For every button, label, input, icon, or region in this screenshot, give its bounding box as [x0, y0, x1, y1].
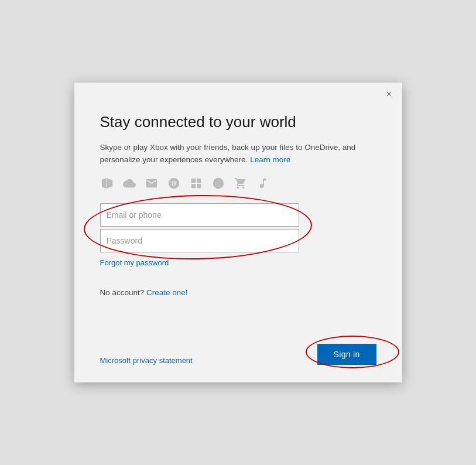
description-text: Skype or play Xbox with your friends, ba… [100, 142, 376, 166]
title-bar: × [74, 83, 402, 101]
dialog-content: Stay connected to your world Skype or pl… [74, 101, 402, 382]
dialog-container: × Stay connected to your world Skype or … [74, 83, 402, 382]
no-account-label: No account? [100, 288, 145, 297]
skype-icon [167, 176, 181, 190]
forgot-password-link[interactable]: Forgot my password [100, 258, 376, 267]
store-icon [234, 176, 248, 190]
no-account-text: No account? Create one! [100, 288, 376, 297]
sign-in-button[interactable]: Sign in [317, 344, 376, 365]
email-input[interactable] [100, 203, 299, 227]
outlook-icon [145, 176, 159, 190]
description-body: Skype or play Xbox with your friends, ba… [100, 143, 356, 163]
svg-point-0 [213, 178, 223, 189]
onedrive-icon [122, 176, 136, 190]
dialog-footer: Microsoft privacy statement Sign in [100, 344, 376, 365]
service-icons-row [100, 176, 376, 190]
windows-icon [189, 176, 203, 190]
xbox-icon [211, 176, 225, 190]
page-title: Stay connected to your world [100, 113, 376, 131]
sign-in-wrapper: Sign in [317, 344, 376, 365]
login-form: Forgot my password [100, 203, 376, 267]
privacy-link[interactable]: Microsoft privacy statement [100, 356, 193, 365]
password-input[interactable] [100, 229, 299, 252]
music-icon [256, 176, 270, 190]
close-button[interactable]: × [382, 87, 396, 101]
learn-more-link[interactable]: Learn more [250, 155, 290, 164]
office-icon [100, 176, 114, 190]
create-account-link[interactable]: Create one! [146, 288, 188, 297]
